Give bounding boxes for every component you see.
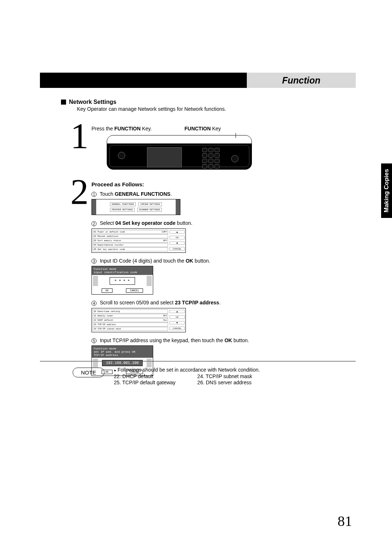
mini-screen-general-functions: GENERAL FUNCTIONS COPIER SETTINGS PRINTE…	[91, 199, 180, 215]
panel-left-button-icon	[118, 152, 125, 159]
step2-heading: Proceed as Follows:	[91, 181, 344, 187]
note-label: NOTE	[73, 368, 105, 377]
list-item: 21 Weekly timerOFF	[93, 314, 168, 318]
substep-1: 1 Touch GENERAL FUNCTIONS. GENERAL FUNCT…	[91, 191, 344, 215]
step1-instruction: Press the FUNCTION Key.	[91, 126, 152, 131]
mini-btn: SCANNER SETTINGS	[137, 208, 162, 212]
note-lead: ●Followings should be set in accordance …	[114, 367, 274, 373]
circled-3-icon: 3	[91, 259, 97, 264]
content: Network Settings Key Operator can manage…	[61, 99, 344, 384]
control-panel-illustration	[107, 135, 252, 170]
step-number-2: 2	[61, 176, 89, 207]
section-desc: Key Operator can manage Network settings…	[77, 106, 344, 112]
header-band: Function	[40, 73, 356, 88]
substep-3: 3 Input ID Code (4 digits) and touch the…	[91, 258, 344, 295]
panel-keypad-icon	[202, 148, 224, 169]
square-bullet-icon	[61, 100, 66, 105]
note-item: 25. TCP/IP default gateway	[114, 380, 176, 385]
circled-1-icon: 1	[91, 192, 97, 197]
lcd-ok: OK	[102, 288, 113, 293]
ok-label: OK	[170, 236, 185, 239]
callout-line-icon	[236, 133, 236, 138]
page-title: Function	[282, 75, 320, 86]
substep-4: 4 Scroll to screen 05/09 and select 23 T…	[91, 300, 344, 332]
note-item: 22. DHCP default	[114, 373, 176, 379]
down-arrow-icon: ▼	[170, 242, 185, 245]
lcd-field: ＊＊＊＊	[110, 277, 135, 285]
mini-screen-tcpip: 20 Date/time setting 21 Weekly timerOFF …	[91, 308, 186, 332]
list-item: 22 DHCP defaultYes	[93, 318, 168, 322]
section-title: Network Settings	[69, 99, 117, 105]
lcd-cancel: CANCEL	[126, 288, 143, 293]
circled-5-icon: 5	[91, 338, 97, 343]
list-item: 01 Power on default codeCOPY	[93, 230, 168, 234]
lcd-line: TCP/IP address	[94, 353, 151, 357]
lcd-line: Function mode	[94, 267, 151, 271]
list-item: 24 TCP/IP subnet mask	[93, 327, 168, 331]
lcd-id-code: Function mode input identification code …	[91, 266, 153, 295]
lcd-line: set IP add. and press OK	[94, 350, 151, 353]
function-key-callout: FUNCTION Key	[184, 126, 221, 131]
step-1: 1 Press the FUNCTION Key. FUNCTION Key	[61, 121, 344, 170]
list-item: 05 Set key operator code	[93, 247, 168, 251]
lcd-field-ip: 192.168.001.100	[102, 360, 143, 366]
step-2: 2 Proceed as Follows: 1 Touch GENERAL FU…	[61, 176, 344, 380]
circled-4-icon: 4	[91, 301, 97, 306]
mini-btn: COPIER SETTINGS	[138, 202, 162, 206]
header-light: Function	[247, 73, 356, 88]
down-arrow-icon: ▼	[170, 321, 185, 324]
lcd-line: Function mode	[94, 347, 151, 350]
section-heading-row: Network Settings	[61, 99, 344, 105]
step-number-1: 1	[61, 121, 89, 151]
up-arrow-icon: ▲	[170, 310, 185, 313]
ok-label: OK	[170, 315, 185, 319]
panel-start-button-icon	[231, 155, 238, 162]
mini-btn: PRINTER SETTINGS	[110, 208, 135, 212]
up-arrow-icon: ▲	[170, 230, 185, 234]
note-section: NOTE ●Followings should be set in accord…	[73, 367, 352, 386]
note-item: 24. TCP/IP subnet mask	[197, 373, 252, 379]
page-number: 81	[338, 513, 352, 530]
cancel-label: CANCEL	[170, 327, 185, 330]
list-item: 02 Manual additions	[93, 234, 168, 238]
mini-btn: GENERAL FUNCTIONS	[110, 202, 136, 206]
list-item: 04 Departmental counter	[93, 243, 168, 247]
note-item: 26. DNS server address	[197, 380, 252, 385]
horizontal-rule	[40, 361, 356, 361]
list-item: 03 Sort memory statusOFF	[93, 239, 168, 243]
substep-2: 2 Select 04 Set key operator code button…	[91, 220, 344, 252]
cancel-label: CANCEL	[170, 247, 185, 251]
panel-screen-icon	[147, 147, 182, 167]
circled-2-icon: 2	[91, 221, 97, 226]
list-item: 23 TCP/IP address	[93, 323, 168, 327]
header-dark	[40, 73, 247, 88]
list-item: 20 Date/time setting	[93, 309, 168, 313]
mini-screen-operator-code: 01 Power on default codeCOPY 02 Manual a…	[91, 228, 186, 253]
side-tab-making-copies: Making Copies	[381, 163, 392, 218]
lcd-line: input identification code	[94, 271, 151, 274]
